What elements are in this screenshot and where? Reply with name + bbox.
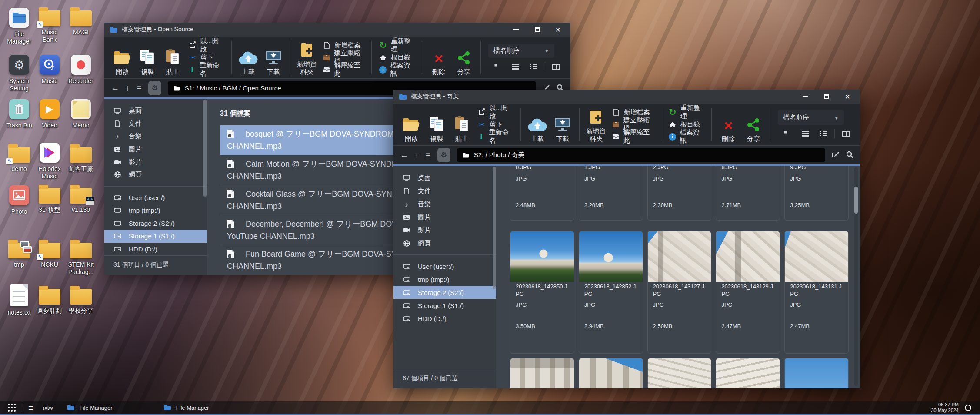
new-folder-button[interactable]: 新增資料夾 [583,107,609,142]
sidebar-drive-storage1[interactable]: Storage 1 (S1:/) [393,299,496,312]
desktop-icon-file-manager[interactable]: File Manager [3,6,35,45]
copy-button[interactable]: 複製 [424,107,449,142]
sidebar-drive-hdd[interactable]: HDD (D:/) [393,312,496,325]
view-list-button[interactable] [507,64,525,70]
file-info-button[interactable]: i檔案資訊 [669,132,704,142]
desktop-icon-system-setting[interactable]: ⚙ System Setting [3,53,35,92]
menu-button[interactable]: ≡ [137,84,142,92]
path-field[interactable]: S2: / Photo / 奇美 [457,148,825,162]
desktop-icon-v1130[interactable]: ▲▲ v1.130 [65,184,97,214]
photo-cell[interactable]: 2.JPGJPG2.30MB [647,166,712,221]
photo-cell[interactable] [510,358,574,388]
sidebar-scrollbar[interactable] [493,167,496,289]
taskbar-app-file-manager-2[interactable]: File Manager [161,401,248,414]
delete-button[interactable]: × 刪除 [426,40,451,75]
app-launcher-icon[interactable] [8,404,16,412]
refresh-button[interactable]: ↻重新整理 [379,40,414,50]
refresh-button[interactable]: ↻重新整理 [669,107,704,117]
view-grid-button[interactable] [778,131,796,137]
desktop-icon-music[interactable]: ♪ Music [34,53,65,85]
search-button[interactable] [846,151,853,160]
upload-button[interactable]: 上載 [236,40,261,75]
back-button[interactable]: ← [400,151,408,159]
settings-button[interactable]: ⚙ [437,148,450,162]
sidebar-drive-user[interactable]: User (user:/) [104,191,207,204]
sort-order-dropdown[interactable]: 檔名順序 ▼ [488,44,554,58]
taskbar-menu-icon[interactable]: ≡ [28,404,33,412]
sidebar-item-web[interactable]: 網頁 [104,168,207,181]
open-button[interactable]: 開啟 [110,40,135,75]
sidebar-item-documents[interactable]: 文件 [393,184,496,197]
sidebar-item-music[interactable]: ♪音樂 [104,130,207,143]
rename-button[interactable]: I重新命名 [478,132,513,142]
paste-button[interactable]: 貼上 [449,107,474,142]
sidebar-item-videos[interactable]: 影片 [393,224,496,237]
desktop-icon-tmp[interactable]: tmp [3,238,35,268]
share-button[interactable]: 分享 [741,107,766,142]
desktop-icon-3d-models[interactable]: 3D 模型 [34,184,65,214]
file-info-button[interactable]: i檔案資訊 [379,65,414,75]
desktop-icon-holodex-music[interactable]: Holodex Music [34,141,65,180]
view-grid-button[interactable] [488,64,507,70]
extract-here-button[interactable]: 解壓縮至此 [323,65,364,75]
desktop-icon-maker-factory[interactable]: 創客工廠 [65,143,97,173]
grid-scrollbar-thumb[interactable] [854,187,858,214]
titlebar[interactable]: 檔案管理員 - Open Source × [104,23,570,37]
view-list-button[interactable] [796,131,814,137]
minimize-button[interactable] [801,92,810,101]
desktop-icon-recorder[interactable]: Recorder [65,53,97,85]
maximize-button[interactable] [532,25,542,34]
desktop-icon-magi[interactable]: MAGI [65,6,97,36]
sidebar-drive-user[interactable]: User (user:/) [393,260,496,273]
photo-cell[interactable]: 8.JPGJPG2.71MB [716,166,780,221]
maximize-button[interactable] [822,92,831,101]
desktop-icon-memo[interactable]: Memo [65,97,97,129]
photo-cell[interactable]: 20230618_143127.JPGJPG2.50MB [647,231,712,354]
minimize-button[interactable] [511,25,521,34]
power-icon[interactable] [965,405,971,411]
sidebar-item-documents[interactable]: 文件 [104,117,207,130]
desktop-icon-music-bank[interactable]: ↖ Music Bank [34,6,65,44]
photo-cell[interactable]: 0.JPGJPG2.48MB [510,166,574,221]
taskbar-clock[interactable]: 06:37 PM 30 May 2024 [931,402,959,413]
copy-button[interactable]: 複製 [135,40,160,75]
rename-button[interactable]: I重新命名 [189,65,224,75]
desktop-icon-stem-kit[interactable]: STEM Kit Packag... [65,238,97,276]
desktop-icon-trash-bin[interactable]: Trash Bin [3,97,35,129]
delete-button[interactable]: × 刪除 [716,107,741,142]
photo-cell[interactable] [784,358,849,388]
view-detail-button[interactable] [814,131,833,136]
open-with-button[interactable]: 以...開啟 [189,40,224,50]
sidebar-item-music[interactable]: ♪音樂 [393,197,496,211]
photo-cell[interactable] [647,358,712,388]
sidebar-drive-storage2-selected[interactable]: Storage 2 (S2:/) [393,286,496,299]
desktop-icon-notes-txt[interactable]: notes.txt [3,284,35,316]
up-button[interactable]: ↑ [126,84,130,92]
settings-button[interactable]: ⚙ [148,81,161,95]
close-button[interactable]: × [553,25,563,34]
back-button[interactable]: ← [111,84,119,92]
sidebar-scrollbar[interactable] [203,100,207,197]
open-with-button[interactable]: 以...開啟 [478,107,513,117]
edit-path-button[interactable] [832,151,840,160]
sidebar-item-web[interactable]: 網頁 [393,237,496,250]
taskbar-app-file-manager-1[interactable]: File Manager [64,401,151,414]
up-button[interactable]: ↑ [415,151,419,159]
sidebar-item-pictures[interactable]: 圖片 [393,211,496,224]
close-button[interactable]: × [843,92,852,101]
desktop-icon-demo[interactable]: ↖ demo [3,143,35,173]
sidebar-drive-storage1-selected[interactable]: Storage 1 (S1:/) [104,230,207,242]
menu-button[interactable]: ≡ [426,151,431,159]
photo-cell[interactable]: 20230618_142850.JPGJPG3.50MB [510,231,574,354]
extract-here-button[interactable]: 解壓縮至此 [612,132,653,142]
desktop-icon-video[interactable]: ▶ Video [34,97,65,129]
sidebar-drive-hdd[interactable]: HDD (D:/) [104,243,207,255]
sidebar-item-desktop[interactable]: 桌面 [104,104,207,117]
desktop-icon-photo[interactable]: Photo [3,184,35,215]
photo-cell[interactable]: 20230618_142852.JPGJPG2.94MB [579,231,643,354]
view-columns-button[interactable] [837,131,855,137]
new-folder-button[interactable]: 新增資料夾 [294,40,320,75]
photo-cell[interactable]: 9.JPGJPG3.25MB [784,166,849,221]
photo-cell[interactable]: 1.JPGJPG2.20MB [579,166,643,221]
upload-button[interactable]: 上載 [525,107,550,142]
